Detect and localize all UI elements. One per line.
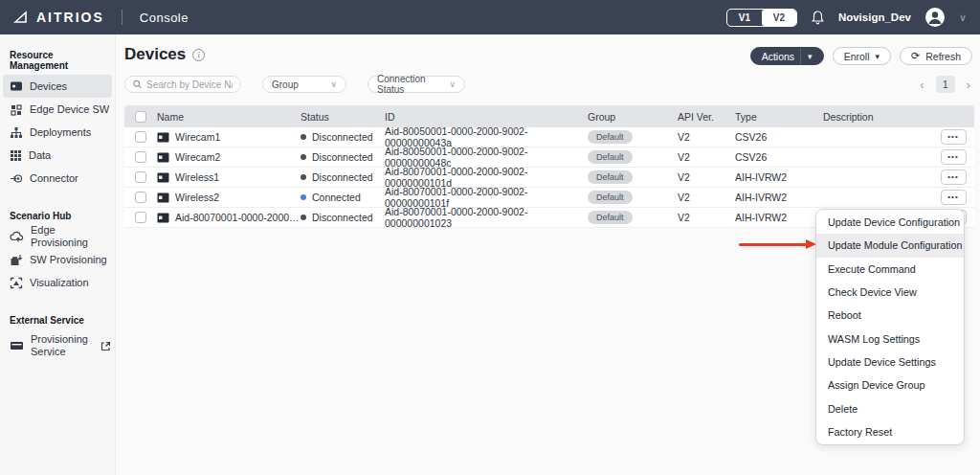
sidebar-item-devices[interactable]: Devices [3,75,112,98]
sidebar-item-visualization[interactable]: Visualization [3,271,112,294]
menu-item-update-device-configuration[interactable]: Update Device Configuration [816,211,964,234]
sw-provisioning-package-icon [10,254,23,266]
table-row[interactable]: Wireless1 Disconnected Aid-80070001-0000… [124,168,974,188]
sidebar-item-edge-device-sw[interactable]: Edge Device SW [3,98,112,121]
group-filter-dropdown[interactable]: Group ∨ [262,76,346,93]
actions-button[interactable]: Actions ▾ [750,47,824,65]
device-name: Aid-80070001-0000-2000-9002-00… [175,212,301,223]
menu-item-reboot[interactable]: Reboot [816,304,964,327]
enroll-button-label: Enroll [844,51,870,62]
table-row[interactable]: Wirecam1 Disconnected Aid-80050001-0000-… [124,127,974,147]
table-row[interactable]: Wireless2 Connected Aid-80070001-0000-20… [124,188,974,208]
device-search[interactable] [124,76,241,93]
section-title-resource-management: Resource Management [0,44,115,75]
column-header-type[interactable]: Type [735,111,823,123]
column-header-id[interactable]: ID [385,111,588,123]
status-text: Connected [312,192,361,203]
devices-icon [10,80,23,92]
deployments-icon [10,126,23,139]
row-checkbox[interactable] [135,212,146,223]
column-header-status[interactable]: Status [301,111,385,123]
sidebar-item-data[interactable]: Data [3,144,112,167]
sidebar-item-label: Visualization [30,277,89,289]
row-checkbox[interactable] [135,131,146,143]
select-all-checkbox[interactable] [135,111,146,123]
sidebar-item-label: SW Provisioning [30,254,107,266]
header-divider [122,10,122,25]
device-id: Aid-80070001-0000-2000-9002-000000001023 [385,206,588,229]
row-more-button[interactable]: ••• [941,190,967,205]
section-title-external-service: External Service [0,309,115,329]
menu-item-assign-device-group[interactable]: Assign Device Group [816,373,964,396]
row-checkbox[interactable] [135,151,146,163]
row-checkbox[interactable] [135,192,146,203]
row-more-button[interactable]: ••• [941,170,967,185]
group-badge: Default [588,211,633,224]
page-next-icon[interactable]: › [967,78,970,92]
search-input[interactable] [146,79,233,90]
device-icon [157,172,169,183]
menu-item-factory-reset[interactable]: Factory Reset [816,420,964,443]
more-options-icon: ••• [947,153,958,161]
device-type: CSV26 [735,151,823,163]
more-options-icon: ••• [947,133,958,141]
table-row[interactable]: Wirecam2 Disconnected Aid-80050001-0000-… [124,147,974,168]
menu-item-update-module-configuration[interactable]: Update Module Configuration [816,234,964,257]
refresh-button[interactable]: ⟳ Refresh [900,47,972,65]
sidebar-item-label: Deployments [30,126,91,139]
status-text: Disconnected [312,131,373,143]
status-text: Disconnected [312,171,373,183]
edge-provisioning-cloud-icon [10,231,24,243]
sidebar-item-provisioning-service[interactable]: Provisioning Service [3,329,112,362]
menu-item-update-device-settings[interactable]: Update Device Settings [816,351,964,373]
sidebar-item-label: Provisioning Service [31,333,90,357]
column-header-group[interactable]: Group [588,111,678,123]
sidebar-item-sw-provisioning[interactable]: SW Provisioning [3,248,112,271]
connector-icon [10,172,23,185]
sidebar-item-deployments[interactable]: Deployments [3,121,112,144]
api-version: V2 [678,192,735,203]
group-badge: Default [588,130,633,144]
version-toggle[interactable]: V1 V2 [726,9,797,27]
caret-down-icon: ▾ [800,48,813,64]
page-title: Devices [124,45,186,64]
chevron-down-icon: ∨ [449,79,456,89]
sidebar-item-label: Devices [30,80,67,93]
connection-status-filter-dropdown[interactable]: Connection Status ∨ [368,76,465,93]
refresh-icon: ⟳ [911,51,920,61]
sidebar-item-edge-provisioning[interactable]: Edge Provisioning [3,225,112,248]
column-header-description[interactable]: Description [823,111,932,123]
column-header-api-ver[interactable]: API Ver. [678,111,735,123]
section-title-scenario-hub: Scenario Hub [0,205,115,225]
menu-item-execute-command[interactable]: Execute Command [816,258,964,281]
info-icon[interactable]: i [192,49,205,61]
table-header-row: Name Status ID Group API Ver. Type Descr… [124,105,974,127]
page-prev-icon[interactable]: ‹ [920,78,924,92]
arrow-shaft [739,243,808,246]
device-name: Wireless1 [175,171,219,183]
menu-item-check-device-view[interactable]: Check Device View [816,281,964,304]
api-version: V2 [678,151,735,163]
column-header-name[interactable]: Name [157,111,301,123]
row-more-button[interactable]: ••• [941,149,967,165]
row-checkbox[interactable] [135,171,146,183]
notification-bell-icon[interactable] [811,10,825,25]
status-dot [301,215,306,220]
sidebar-item-connector[interactable]: Connector [3,167,112,190]
user-menu-chevron-icon[interactable]: ∨ [959,11,967,24]
enroll-button[interactable]: Enroll ▾ [833,47,891,65]
avatar-icon[interactable] [924,7,946,28]
actions-button-label: Actions [762,51,794,62]
visualization-icon [10,277,23,289]
status-dot [301,134,306,140]
sidebar: Resource Management Devices Edge Device … [0,34,116,475]
row-context-menu: Update Device Configuration Update Modul… [815,209,965,445]
sidebar-item-label: Edge Device SW [30,103,109,116]
top-header-bar: AITRIOS Console V1 V2 Novisign_Dev ∨ [0,0,980,34]
page-number[interactable]: 1 [936,76,955,93]
version-toggle-v1[interactable]: V1 [727,10,762,26]
version-toggle-v2[interactable]: V2 [762,10,796,26]
row-more-button[interactable]: ••• [941,129,967,145]
menu-item-wasm-log-settings[interactable]: WASM Log Settings [816,327,964,350]
menu-item-delete[interactable]: Delete [816,396,964,419]
